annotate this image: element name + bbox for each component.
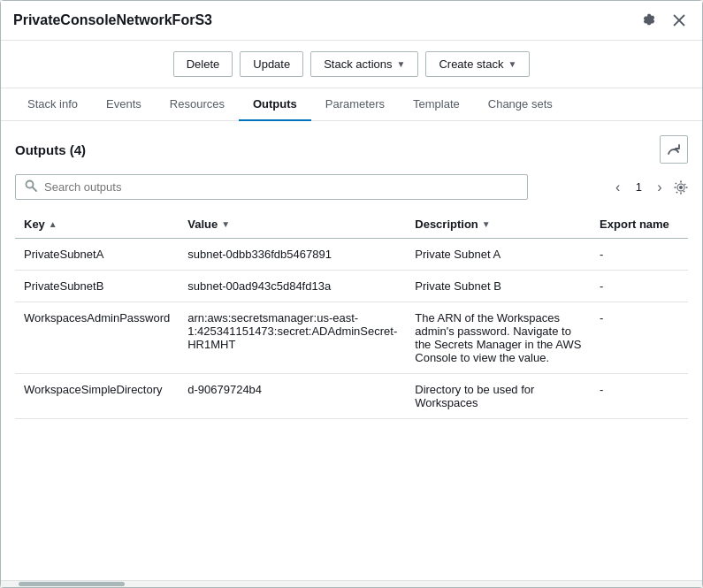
- delete-button[interactable]: Delete: [173, 51, 233, 77]
- tab-outputs[interactable]: Outputs: [239, 88, 311, 121]
- outputs-header: Outputs (4): [15, 135, 688, 164]
- create-stack-button[interactable]: Create stack ▼: [425, 51, 530, 77]
- tab-resources[interactable]: Resources: [156, 88, 239, 121]
- description-sort-desc-icon: ▼: [482, 219, 491, 229]
- cell-export-name-1: -: [591, 271, 688, 302]
- close-window-icon[interactable]: [669, 10, 690, 31]
- cell-export-name-0: -: [591, 239, 688, 271]
- col-header-description: Description ▼: [406, 210, 591, 239]
- search-icon: [25, 179, 37, 195]
- cell-export-name-2: -: [591, 302, 688, 374]
- table-row: PrivateSubnetB subnet-00ad943c5d84fd13a …: [15, 271, 688, 302]
- create-stack-arrow-icon: ▼: [508, 59, 516, 69]
- cell-value-1: subnet-00ad943c5d84fd13a: [179, 271, 406, 302]
- svg-point-2: [27, 181, 34, 188]
- stack-actions-button[interactable]: Stack actions ▼: [310, 51, 418, 77]
- search-input[interactable]: [44, 180, 518, 194]
- value-sort-desc-icon: ▼: [221, 219, 230, 229]
- horizontal-scrollbar[interactable]: [1, 580, 702, 587]
- cell-description-3: Directory to be used for Workspaces: [406, 374, 591, 419]
- main-window: PrivateConsoleNetworkForS3 Delete Update…: [0, 0, 703, 588]
- cell-description-2: The ARN of the Workspaces admin's passwo…: [406, 302, 591, 374]
- table-header-row: Key ▲ Value ▼ Description ▼: [15, 210, 688, 239]
- search-bar: ‹ 1 ›: [15, 174, 688, 200]
- title-bar: PrivateConsoleNetworkForS3: [1, 1, 702, 41]
- table-row: PrivateSubnetA subnet-0dbb336fdb5467891 …: [15, 239, 688, 271]
- table-settings-icon[interactable]: [674, 180, 688, 195]
- tab-parameters[interactable]: Parameters: [311, 88, 399, 121]
- next-page-button[interactable]: ›: [649, 177, 670, 198]
- update-button[interactable]: Update: [240, 51, 303, 77]
- col-header-export-name: Export name: [591, 210, 688, 239]
- cell-value-0: subnet-0dbb336fdb5467891: [179, 239, 406, 271]
- search-input-wrap[interactable]: [15, 174, 528, 200]
- pagination: ‹ 1 ›: [607, 177, 688, 198]
- cell-key-2: WorkspacesAdminPassword: [15, 302, 179, 374]
- cell-description-0: Private Subnet A: [406, 239, 591, 271]
- tab-template[interactable]: Template: [399, 88, 474, 121]
- prev-page-button[interactable]: ‹: [607, 177, 629, 198]
- refresh-button[interactable]: [660, 135, 688, 164]
- col-header-value: Value ▼: [179, 210, 406, 239]
- svg-line-3: [33, 187, 36, 191]
- cell-value-2: arn:aws:secretsmanager:us-east-1:4253411…: [179, 302, 406, 374]
- tabs-bar: Stack info Events Resources Outputs Para…: [1, 88, 702, 121]
- cell-value-3: d-90679724b4: [179, 374, 406, 419]
- tab-stack-info[interactable]: Stack info: [13, 88, 92, 121]
- cell-description-1: Private Subnet B: [406, 271, 591, 302]
- tab-change-sets[interactable]: Change sets: [474, 88, 567, 121]
- scrollbar-thumb[interactable]: [19, 582, 125, 586]
- col-header-key: Key ▲: [15, 210, 179, 239]
- content-area: Outputs (4) ‹: [1, 121, 702, 580]
- cell-key-0: PrivateSubnetA: [15, 239, 179, 271]
- window-title: PrivateConsoleNetworkForS3: [13, 12, 212, 28]
- cell-export-name-3: -: [591, 374, 688, 419]
- settings-window-icon[interactable]: [638, 10, 660, 31]
- page-number: 1: [632, 180, 646, 194]
- title-bar-icons: [638, 10, 690, 31]
- tab-events[interactable]: Events: [92, 88, 156, 121]
- cell-key-3: WorkspaceSimpleDirectory: [15, 374, 179, 419]
- toolbar: Delete Update Stack actions ▼ Create sta…: [1, 41, 702, 88]
- stack-actions-arrow-icon: ▼: [397, 59, 406, 69]
- key-sort-asc-icon: ▲: [49, 219, 57, 229]
- outputs-title: Outputs (4): [15, 142, 86, 157]
- outputs-table: Key ▲ Value ▼ Description ▼: [15, 210, 688, 419]
- table-row: WorkspacesAdminPassword arn:aws:secretsm…: [15, 302, 688, 374]
- svg-point-4: [679, 186, 683, 189]
- table-row: WorkspaceSimpleDirectory d-90679724b4 Di…: [15, 374, 688, 419]
- cell-key-1: PrivateSubnetB: [15, 271, 179, 302]
